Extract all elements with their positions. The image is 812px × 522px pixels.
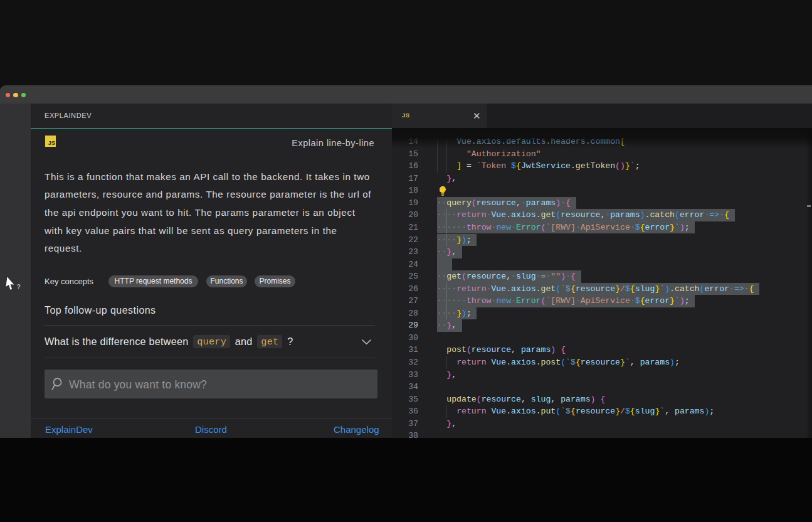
svg-text:?: ? [17,283,21,290]
